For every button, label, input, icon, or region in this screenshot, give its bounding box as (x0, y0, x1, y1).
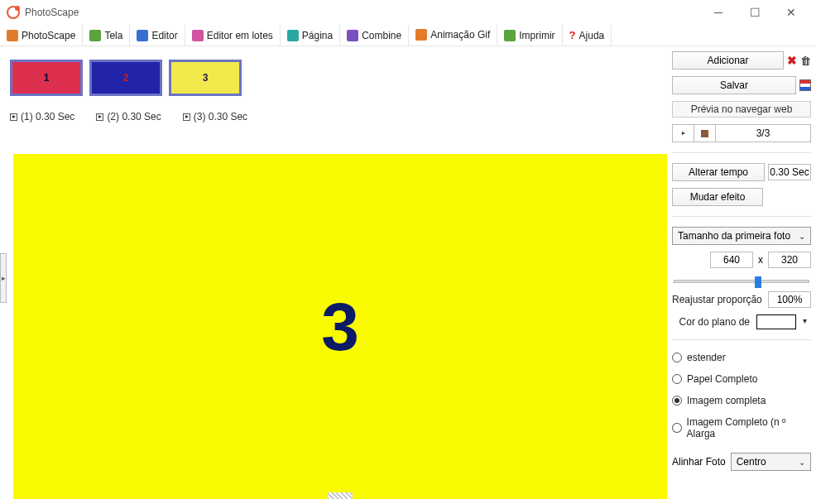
help-icon: ? (569, 29, 576, 41)
close-button[interactable]: ✕ (773, 1, 809, 24)
window-title: PhotoScape (25, 7, 79, 18)
tab-label: Página (302, 30, 333, 41)
tab-editor-lotes[interactable]: Editor em lotes (185, 25, 281, 46)
readjust-label: Reajustar proporção (672, 294, 762, 305)
play-icon (679, 130, 687, 137)
play-icon (183, 113, 190, 121)
resize-grip[interactable] (328, 492, 353, 499)
tab-ajuda[interactable]: ?Ajuda (563, 25, 612, 46)
preview-canvas[interactable]: 3 (13, 154, 667, 499)
slider-thumb[interactable] (755, 276, 761, 288)
radio-full-image-no-enlarge[interactable]: Imagem Completo (n º Alarga (672, 416, 811, 439)
width-field[interactable]: 640 (710, 252, 753, 268)
align-dropdown[interactable]: Centro ⌄ (731, 453, 811, 471)
app-icon (7, 6, 20, 19)
tab-label: PhotoScape (22, 30, 75, 41)
bgcolor-label: Cor do plano de (679, 316, 750, 328)
canvas-wrap: 3 (13, 154, 667, 499)
size-slider[interactable] (674, 280, 809, 283)
expand-left-handle[interactable]: ▸ (0, 253, 7, 303)
tab-pagina[interactable]: Página (281, 25, 340, 46)
delete-icon[interactable]: ✖ (787, 54, 797, 67)
tab-animacao-gif[interactable]: Animação Gif (409, 25, 497, 46)
stripes-icon[interactable] (799, 79, 811, 91)
time-item-3[interactable]: (3) 0.30 Sec (183, 111, 247, 122)
save-button[interactable]: Salvar (672, 76, 796, 94)
radio-full-image[interactable]: Imagem completa (672, 395, 811, 406)
minimize-button[interactable]: ─ (700, 1, 737, 24)
tab-label: Imprimir (519, 30, 554, 41)
trash-icon[interactable]: 🗑 (800, 55, 811, 67)
tab-combine[interactable]: Combine (340, 25, 409, 46)
bgcolor-picker[interactable] (756, 314, 796, 329)
tab-label: Editor em lotes (207, 30, 273, 41)
thumbnail-2[interactable]: 2 (89, 60, 162, 96)
tab-editor[interactable]: Editor (130, 25, 185, 46)
time-item-1[interactable]: (1) 0.30 Sec (10, 111, 74, 122)
radio-full-paper[interactable]: Papel Completo (672, 373, 811, 385)
tabs-bar: PhotoScape Tela Editor Editor em lotes P… (0, 25, 816, 46)
stop-icon (701, 130, 708, 137)
preview-frame-number: 3 (321, 288, 359, 366)
tab-tela[interactable]: Tela (83, 25, 130, 46)
playback-controls: 3/3 (672, 124, 811, 142)
add-button[interactable]: Adicionar (672, 51, 784, 70)
time-strip: (1) 0.30 Sec (2) 0.30 Sec (3) 0.30 Sec (10, 111, 664, 122)
radio-extend[interactable]: estender (672, 352, 811, 363)
tab-label: Editor (151, 30, 177, 41)
preview-web-button[interactable]: Prévia no navegar web (672, 101, 811, 118)
side-panel: Adicionar ✖ 🗑 Salvar Prévia no navegar w… (667, 46, 816, 504)
tab-label: Ajuda (579, 30, 605, 41)
frame-counter: 3/3 (716, 125, 810, 142)
workarea: 1 2 3 (1) 0.30 Sec (2) 0.30 Sec (3) 0.30… (0, 46, 667, 504)
change-time-button[interactable]: Alterar tempo (672, 163, 765, 181)
play-icon (10, 113, 17, 121)
chevron-down-icon: ⌄ (799, 458, 805, 467)
maximize-button[interactable]: ☐ (737, 1, 773, 24)
titlebar: PhotoScape ─ ☐ ✕ (0, 0, 816, 25)
tab-imprimir[interactable]: Imprimir (497, 25, 562, 46)
tab-label: Tela (104, 30, 122, 41)
thumbnail-3[interactable]: 3 (169, 60, 242, 96)
chevron-down-icon: ⌄ (799, 232, 805, 241)
tab-photoscape[interactable]: PhotoScape (0, 25, 83, 46)
height-field[interactable]: 320 (768, 252, 811, 268)
stop-button[interactable] (694, 125, 716, 142)
play-button[interactable] (673, 125, 694, 142)
time-item-2[interactable]: (2) 0.30 Sec (96, 111, 161, 122)
percent-field[interactable]: 100% (768, 291, 811, 308)
size-mode-dropdown[interactable]: Tamanho da primeira foto ⌄ (672, 227, 811, 245)
tab-label: Animação Gif (430, 29, 490, 41)
change-effect-button[interactable]: Mudar efeito (672, 188, 763, 206)
thumbnails-row: 1 2 3 (10, 60, 664, 96)
time-value-field[interactable]: 0.30 Sec (768, 164, 811, 180)
tab-label: Combine (362, 30, 401, 41)
align-label: Alinhar Foto (672, 456, 726, 468)
play-icon (96, 113, 103, 121)
main-area: 1 2 3 (1) 0.30 Sec (2) 0.30 Sec (3) 0.30… (0, 46, 816, 504)
x-label: x (758, 254, 763, 266)
thumbnail-1[interactable]: 1 (10, 60, 83, 96)
